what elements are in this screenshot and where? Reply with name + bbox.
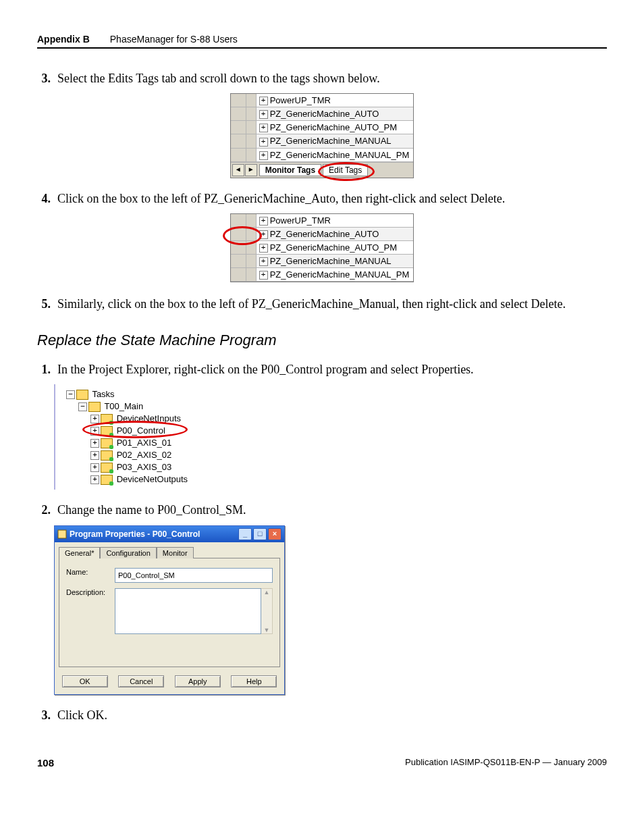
step-text: In the Project Explorer, right-click on …: [57, 361, 607, 377]
maximize-button[interactable]: □: [253, 528, 267, 540]
scroll-down-icon[interactable]: ▼: [264, 627, 270, 633]
tree-node[interactable]: Tasks: [92, 389, 114, 399]
scroll-left-icon[interactable]: ◄: [232, 164, 244, 176]
tree-node[interactable]: T00_Main: [104, 401, 143, 411]
step-text: Click OK.: [57, 707, 607, 723]
expand-icon[interactable]: +: [259, 257, 268, 266]
collapse-icon[interactable]: −: [78, 402, 87, 411]
tag-name: PZ_GenericMachine_MANUAL_PM: [270, 150, 410, 160]
tab-edit-tags[interactable]: Edit Tags: [323, 164, 368, 176]
scrollbar[interactable]: ▲▼: [261, 588, 273, 634]
expand-icon[interactable]: +: [259, 230, 268, 239]
expand-icon[interactable]: +: [90, 475, 99, 484]
tag-grid-screenshot-2: +PowerUP_TMR +PZ_GenericMachine_AUTO +PZ…: [230, 213, 414, 282]
tag-name: PZ_GenericMachine_AUTO_PM: [270, 122, 397, 132]
name-label: Name:: [66, 568, 115, 576]
expand-icon[interactable]: +: [259, 217, 268, 226]
page-number: 108: [37, 757, 54, 768]
description-field[interactable]: [115, 588, 261, 634]
section-heading: Replace the State Machine Program: [37, 332, 607, 349]
tag-name: PZ_GenericMachine_AUTO: [270, 229, 379, 239]
scroll-right-icon[interactable]: ►: [245, 164, 257, 176]
header-chapter-title: PhaseManager for S-88 Users: [110, 34, 238, 45]
tag-name: PZ_GenericMachine_AUTO: [270, 109, 379, 119]
publication-id: Publication IASIMP-QS011B-EN-P — January…: [405, 757, 607, 768]
step-number: 3.: [37, 70, 51, 86]
program-icon: [101, 414, 113, 424]
expand-icon[interactable]: +: [259, 138, 268, 147]
close-button[interactable]: ×: [268, 528, 281, 540]
tag-name: PZ_GenericMachine_AUTO_PM: [270, 242, 397, 253]
ok-button[interactable]: OK: [62, 675, 108, 687]
scroll-up-icon[interactable]: ▲: [264, 589, 270, 596]
expand-icon[interactable]: +: [90, 451, 99, 460]
tab-general[interactable]: General*: [59, 547, 100, 558]
program-properties-dialog: Program Properties - P00_Control _ □ × G…: [54, 525, 285, 695]
tree-node[interactable]: P02_AXIS_02: [117, 450, 172, 460]
step-text: Similarly, click on the box to the left …: [57, 296, 607, 312]
tab-configuration[interactable]: Configuration: [100, 547, 156, 558]
expand-icon[interactable]: +: [259, 110, 268, 119]
expand-icon[interactable]: +: [90, 415, 99, 423]
tree-node[interactable]: DeviceNetOutputs: [117, 474, 188, 484]
help-button[interactable]: Help: [231, 675, 277, 687]
project-tree-screenshot: − Tasks − T00_Main + DeviceNetInputs + P…: [54, 384, 193, 490]
expand-icon[interactable]: +: [90, 427, 99, 436]
svg-rect-0: [58, 530, 66, 538]
expand-icon[interactable]: +: [259, 271, 268, 280]
program-icon: [101, 426, 113, 436]
step-number: 2.: [37, 502, 51, 518]
step-text: Click on the box to the left of PZ_Gener…: [57, 190, 607, 207]
collapse-icon[interactable]: −: [66, 390, 75, 399]
tag-grid-screenshot-1: +PowerUP_TMR +PZ_GenericMachine_AUTO +PZ…: [230, 93, 414, 178]
header-rule: [37, 47, 607, 49]
header-appendix: Appendix B: [37, 34, 90, 45]
expand-icon[interactable]: +: [259, 124, 268, 132]
tab-monitor[interactable]: Monitor: [157, 547, 194, 558]
minimize-button[interactable]: _: [238, 528, 252, 540]
program-icon: [101, 463, 113, 473]
expand-icon[interactable]: +: [259, 151, 268, 160]
expand-icon[interactable]: +: [90, 463, 99, 472]
tree-node[interactable]: P01_AXIS_01: [117, 438, 172, 448]
description-label: Description:: [66, 588, 115, 596]
step-text: Select the Edits Tags tab and scroll dow…: [57, 70, 607, 86]
step-number: 5.: [37, 296, 51, 312]
cancel-button[interactable]: Cancel: [118, 675, 164, 687]
tag-name: PowerUP_TMR: [270, 95, 331, 105]
tag-name: PZ_GenericMachine_MANUAL: [270, 136, 392, 146]
step-number: 4.: [37, 190, 51, 207]
program-icon: [101, 438, 113, 448]
app-icon: [57, 529, 67, 539]
step-number: 3.: [37, 707, 51, 723]
expand-icon[interactable]: +: [259, 244, 268, 253]
tag-name: PZ_GenericMachine_MANUAL: [270, 256, 392, 266]
step-number: 1.: [37, 361, 51, 377]
step-text: Change the name to P00_Control_SM.: [57, 502, 607, 518]
dialog-title: Program Properties - P00_Control: [70, 529, 200, 539]
expand-icon[interactable]: +: [259, 97, 268, 105]
task-icon: [88, 402, 101, 412]
tab-monitor-tags[interactable]: Monitor Tags: [259, 164, 321, 176]
program-icon: [101, 475, 113, 485]
name-field[interactable]: [115, 568, 273, 583]
tree-node[interactable]: P00_Control: [117, 425, 165, 436]
tag-name: PZ_GenericMachine_MANUAL_PM: [270, 269, 410, 280]
apply-button[interactable]: Apply: [175, 675, 221, 687]
tag-name: PowerUP_TMR: [270, 215, 331, 226]
tree-node[interactable]: DeviceNetInputs: [117, 413, 181, 423]
folder-icon: [76, 390, 88, 400]
program-icon: [101, 450, 113, 461]
tree-node[interactable]: P03_AXIS_03: [117, 462, 172, 472]
expand-icon[interactable]: +: [90, 439, 99, 448]
